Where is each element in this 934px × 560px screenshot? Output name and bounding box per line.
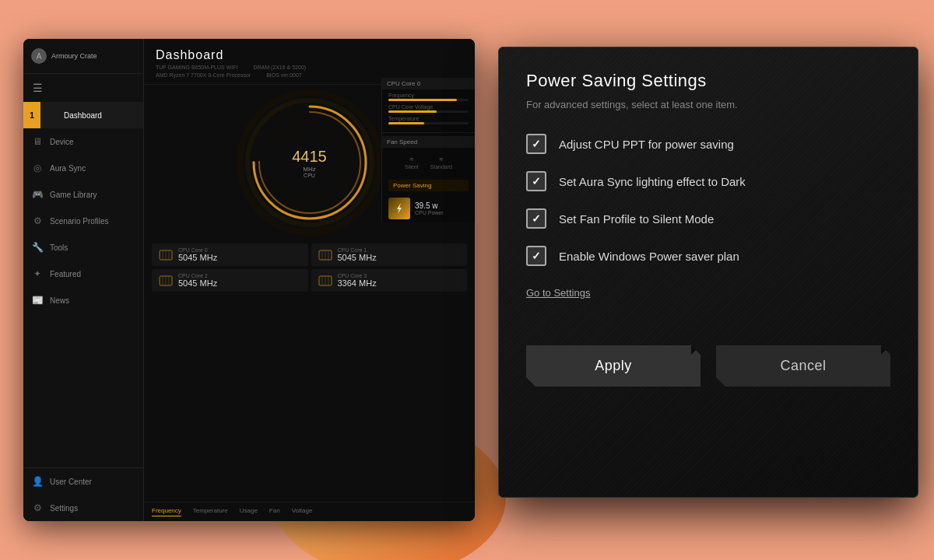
checkbox-item-cpu-ppt: ✓ Adjust CPU PPT for power saving xyxy=(526,134,890,154)
power-saving-dialog: Power Saving Settings For advanced setti… xyxy=(498,47,918,498)
checkbox-label-win-power: Enable Windows Power saver plan xyxy=(559,250,739,263)
checkmark-aura-dark: ✓ xyxy=(532,175,541,187)
dialog-overlay: Power Saving Settings For advanced setti… xyxy=(0,0,934,560)
checkbox-label-cpu-ppt: Adjust CPU PPT for power saving xyxy=(559,138,734,151)
checkbox-label-aura-dark: Set Aura Sync lighting effect to Dark xyxy=(559,175,746,188)
checkmark-win-power: ✓ xyxy=(532,250,541,262)
dialog-subtitle: For advanced settings, select at least o… xyxy=(526,99,890,110)
checkbox-win-power[interactable]: ✓ xyxy=(526,246,546,266)
checkbox-aura-dark[interactable]: ✓ xyxy=(526,171,546,191)
apply-button[interactable]: Apply xyxy=(526,345,700,387)
checkmark-fan-silent: ✓ xyxy=(532,212,541,225)
checkbox-cpu-ppt[interactable]: ✓ xyxy=(526,134,546,154)
checkmark-cpu-ppt: ✓ xyxy=(532,138,541,150)
goto-settings-link[interactable]: Go to Settings xyxy=(526,287,590,299)
checkbox-item-fan-silent: ✓ Set Fan Profile to Silent Mode xyxy=(526,208,890,229)
dialog-buttons: Apply Cancel xyxy=(526,345,890,387)
checkbox-item-aura-dark: ✓ Set Aura Sync lighting effect to Dark xyxy=(526,171,890,191)
checkbox-label-fan-silent: Set Fan Profile to Silent Mode xyxy=(559,212,714,226)
checkbox-item-win-power: ✓ Enable Windows Power saver plan xyxy=(526,246,890,266)
checkbox-fan-silent[interactable]: ✓ xyxy=(526,208,546,229)
cancel-button[interactable]: Cancel xyxy=(716,345,890,387)
dialog-title: Power Saving Settings xyxy=(526,71,890,91)
